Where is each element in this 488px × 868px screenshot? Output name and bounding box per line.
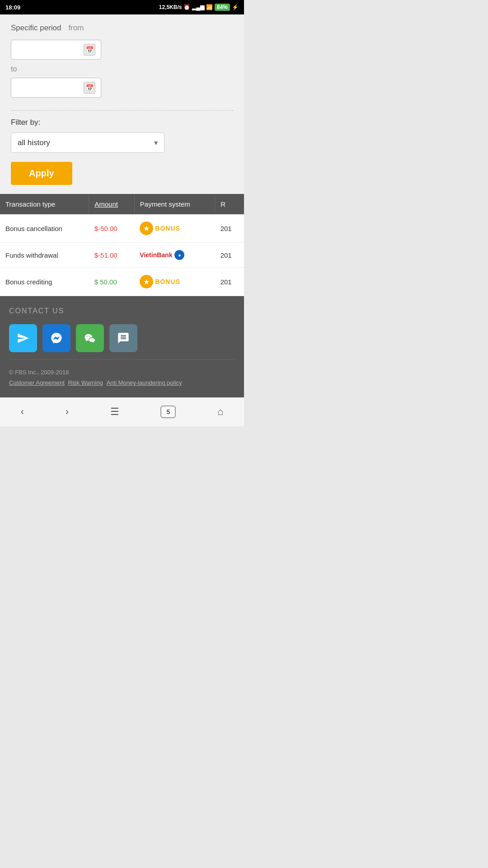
specific-period-label: Specific period	[11, 24, 61, 33]
menu-button[interactable]: ☰	[105, 404, 125, 420]
date-cell: 201	[215, 268, 244, 296]
telegram-button[interactable]	[9, 324, 37, 352]
footer-bottom: © FBS Inc., 2009-2018 Customer Agreement…	[9, 367, 235, 388]
bonus-star-icon: ★	[140, 222, 153, 235]
history-filter-select[interactable]: all history deposits withdrawals bonuses	[11, 132, 164, 153]
date-to-input[interactable]: 2018-09-17	[17, 83, 80, 92]
back-button[interactable]: ‹	[15, 404, 29, 420]
network-speed: 12,5KB/s	[159, 4, 182, 10]
amount-cell: $ 50.00	[89, 268, 135, 296]
filter-by-label: Filter by:	[11, 118, 233, 127]
alarm-icon: ⏰	[183, 4, 190, 10]
table-header-row: Transaction type Amount Payment system R	[0, 194, 244, 214]
col-date-short: R	[215, 194, 244, 214]
transaction-type-cell: Bonus crediting	[0, 268, 89, 296]
messenger-button[interactable]	[42, 324, 70, 352]
col-transaction-type: Transaction type	[0, 194, 89, 214]
transactions-table: Transaction type Amount Payment system R…	[0, 194, 244, 296]
main-card: Specific period from 2018-08-18 📅 to 201…	[0, 14, 244, 194]
bonus-label: BONUS	[155, 278, 180, 285]
wechat-button[interactable]	[76, 324, 104, 352]
table-row: Funds withdrawal $-51.00 VietinBank ● 20…	[0, 243, 244, 268]
footer: CONTACT US © FBS Inc., 2009-2018 Custome…	[0, 296, 244, 397]
vietinbank-text: VietinBank	[140, 251, 172, 259]
date-to-input-wrap[interactable]: 2018-09-17 📅	[11, 78, 101, 98]
date-cell: 201	[215, 214, 244, 243]
col-amount: Amount	[89, 194, 135, 214]
payment-cell: ★ BONUS	[134, 214, 215, 243]
col-payment-system: Payment system	[134, 194, 215, 214]
calendar-to-icon[interactable]: 📅	[84, 82, 95, 94]
transactions-table-container: Transaction type Amount Payment system R…	[0, 194, 244, 296]
bonus-star-icon: ★	[140, 275, 153, 288]
transaction-type-cell: Funds withdrawal	[0, 243, 89, 268]
wifi-icon: 📶	[206, 4, 213, 10]
nav-bar: ‹ › ☰ 5 ⌂	[0, 397, 244, 426]
apply-button[interactable]: Apply	[11, 162, 72, 185]
transaction-type-cell: Bonus cancellation	[0, 214, 89, 243]
amount-cell: $-51.00	[89, 243, 135, 268]
bonus-label: BONUS	[155, 225, 180, 232]
calendar-from-icon[interactable]: 📅	[84, 44, 95, 56]
section-divider	[11, 110, 233, 111]
risk-warning-link[interactable]: Risk Warning	[68, 377, 103, 388]
copyright: © FBS Inc., 2009-2018	[9, 367, 235, 377]
forward-button[interactable]: ›	[60, 404, 74, 420]
to-label: to	[11, 65, 233, 73]
footer-divider	[9, 359, 235, 360]
signal-icon: ▂▄▆	[192, 4, 204, 10]
live-chat-button[interactable]	[109, 324, 137, 352]
date-cell: 201	[215, 243, 244, 268]
vietinbank-circle-icon: ●	[174, 250, 184, 260]
contact-icons	[9, 324, 235, 352]
time: 18:09	[5, 4, 20, 11]
date-from-input-wrap[interactable]: 2018-08-18 📅	[11, 40, 101, 60]
battery: 84%	[215, 4, 230, 11]
table-row: Bonus crediting $ 50.00 ★ BONUS 201	[0, 268, 244, 296]
customer-agreement-link[interactable]: Customer Agreement	[9, 377, 65, 388]
tabs-button[interactable]: 5	[155, 404, 181, 420]
history-filter-dropdown[interactable]: all history deposits withdrawals bonuses…	[11, 132, 164, 153]
footer-links: Customer Agreement Risk Warning Anti Mon…	[9, 377, 235, 388]
amount-cell: $-50.00	[89, 214, 135, 243]
home-button[interactable]: ⌂	[212, 404, 229, 420]
payment-cell: VietinBank ●	[134, 243, 215, 268]
anti-money-laundering-link[interactable]: Anti Money-laundering policy	[107, 377, 182, 388]
table-row: Bonus cancellation $-50.00 ★ BONUS 201	[0, 214, 244, 243]
charging-icon: ⚡	[232, 4, 239, 10]
period-row: Specific period from	[11, 24, 233, 33]
contact-us-label: CONTACT US	[9, 307, 235, 315]
status-bar: 18:09 12,5KB/s ⏰ ▂▄▆ 📶 84% ⚡	[0, 0, 244, 14]
date-from-input[interactable]: 2018-08-18	[17, 45, 80, 54]
tabs-badge[interactable]: 5	[160, 406, 176, 418]
status-right: 12,5KB/s ⏰ ▂▄▆ 📶 84% ⚡	[159, 4, 239, 11]
payment-cell: ★ BONUS	[134, 268, 215, 296]
from-label: from	[69, 24, 84, 33]
